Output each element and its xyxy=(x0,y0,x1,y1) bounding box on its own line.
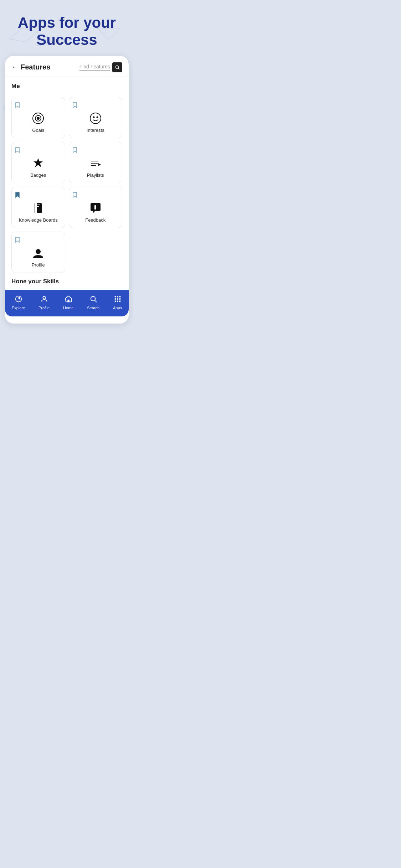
interests-icon-wrap xyxy=(73,112,119,125)
bottom-nav: Explore Profile Home xyxy=(5,290,129,316)
bookmark-feedback[interactable] xyxy=(73,192,77,199)
me-section-title: Me xyxy=(11,83,122,90)
home-icon xyxy=(65,295,72,305)
me-section-header: Me xyxy=(5,77,129,97)
page-title: Apps for your Success xyxy=(7,14,127,49)
search-nav-icon xyxy=(89,295,97,305)
feature-card-interests[interactable]: Interests xyxy=(69,97,123,138)
svg-rect-35 xyxy=(94,205,96,206)
svg-marker-33 xyxy=(93,211,95,213)
svg-point-20 xyxy=(90,113,101,124)
svg-rect-47 xyxy=(114,298,116,300)
feature-card-badges[interactable]: Badges xyxy=(11,142,65,183)
smile-icon xyxy=(89,112,102,125)
knowledge-boards-label: Knowledge Boards xyxy=(15,217,61,223)
back-button[interactable]: ← xyxy=(11,63,18,71)
bookmark-profile[interactable] xyxy=(15,237,20,244)
svg-point-22 xyxy=(97,117,98,118)
svg-point-40 xyxy=(43,296,45,299)
feedback-icon xyxy=(89,202,102,215)
target-icon xyxy=(32,112,45,125)
feature-card-feedback[interactable]: Feedback xyxy=(69,187,123,228)
svg-rect-44 xyxy=(114,296,116,297)
nav-item-explore[interactable]: Explore xyxy=(8,294,29,311)
svg-point-19 xyxy=(37,117,39,119)
nav-item-home[interactable]: Home xyxy=(60,294,77,311)
playlists-label: Playlists xyxy=(73,172,119,178)
svg-rect-41 xyxy=(67,299,70,301)
feature-card-goals[interactable]: Goals xyxy=(11,97,65,138)
badges-label: Badges xyxy=(15,172,61,178)
svg-rect-46 xyxy=(119,296,120,297)
star-icon xyxy=(32,157,45,170)
profile-grid: Profile xyxy=(5,232,129,273)
apps-nav-label: Apps xyxy=(113,306,122,310)
search-nav-label: Search xyxy=(87,306,99,310)
search-placeholder: Find Features xyxy=(79,64,110,71)
bookmark-interests[interactable] xyxy=(73,102,77,109)
search-area: Find Features xyxy=(79,62,122,72)
svg-rect-34 xyxy=(94,206,96,210)
hone-section: Hone your Skills xyxy=(5,273,129,286)
svg-rect-50 xyxy=(114,300,116,302)
nav-item-profile[interactable]: Profile xyxy=(35,294,53,311)
bookmark-knowledge-boards[interactable] xyxy=(15,192,20,199)
hone-section-title: Hone your Skills xyxy=(11,278,122,285)
feature-grid: Goals Interests xyxy=(5,97,129,228)
main-card: ← Features Find Features Me xyxy=(5,56,129,324)
header-area: Apps for your Success xyxy=(0,0,134,56)
svg-point-15 xyxy=(115,66,118,68)
card-title: Features xyxy=(21,63,50,71)
knowledge-boards-icon-wrap xyxy=(15,202,61,215)
svg-point-36 xyxy=(36,249,41,254)
profile-nav-label: Profile xyxy=(38,306,50,310)
bookmark-goals[interactable] xyxy=(15,102,20,109)
nav-item-apps[interactable]: Apps xyxy=(109,294,125,311)
goals-icon-wrap xyxy=(15,112,61,125)
svg-marker-23 xyxy=(34,158,43,167)
svg-marker-27 xyxy=(98,163,101,166)
profile-icon-wrap xyxy=(15,247,61,259)
home-nav-label: Home xyxy=(63,306,73,310)
svg-rect-45 xyxy=(117,296,118,297)
card-header-left: ← Features xyxy=(11,63,50,71)
badges-icon-wrap xyxy=(15,157,61,170)
feature-card-profile[interactable]: Profile xyxy=(11,232,65,273)
svg-rect-49 xyxy=(119,298,120,300)
card-header: ← Features Find Features xyxy=(5,56,129,77)
bookmark-badges[interactable] xyxy=(15,147,20,154)
svg-point-42 xyxy=(91,296,95,301)
nav-item-search[interactable]: Search xyxy=(83,294,103,311)
person-icon xyxy=(32,247,45,259)
svg-point-21 xyxy=(93,117,94,118)
explore-nav-label: Explore xyxy=(12,306,25,310)
interests-label: Interests xyxy=(73,128,119,133)
book-icon xyxy=(32,202,45,215)
svg-line-16 xyxy=(118,68,119,69)
svg-line-43 xyxy=(95,300,97,302)
svg-rect-48 xyxy=(117,298,118,300)
playlist-icon xyxy=(89,157,102,170)
search-icon xyxy=(115,65,120,70)
svg-rect-51 xyxy=(117,300,118,302)
profile-label: Profile xyxy=(15,262,61,268)
feedback-icon-wrap xyxy=(73,202,119,215)
bookmark-playlists[interactable] xyxy=(73,147,77,154)
search-button[interactable] xyxy=(112,62,122,72)
svg-rect-52 xyxy=(119,300,120,302)
feedback-label: Feedback xyxy=(73,217,119,223)
svg-rect-31 xyxy=(36,206,39,207)
feature-card-knowledge-boards[interactable]: Knowledge Boards xyxy=(11,187,65,228)
empty-grid-cell xyxy=(69,232,123,273)
compass-icon xyxy=(15,295,22,305)
svg-rect-30 xyxy=(36,205,40,205)
grid-icon xyxy=(114,295,122,305)
profile-nav-icon xyxy=(40,295,48,305)
goals-label: Goals xyxy=(15,128,61,133)
feature-card-playlists[interactable]: Playlists xyxy=(69,142,123,183)
playlists-icon-wrap xyxy=(73,157,119,170)
